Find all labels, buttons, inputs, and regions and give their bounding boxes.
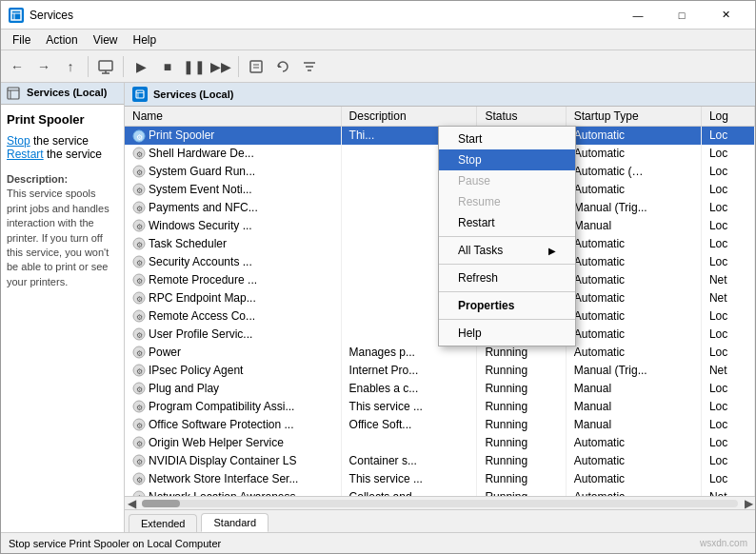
service-log-cell: Net [701, 271, 754, 289]
ctx-item-restart[interactable]: Restart [439, 212, 575, 233]
svg-rect-13 [8, 88, 19, 99]
maximize-button[interactable]: □ [660, 1, 704, 30]
ctx-item-label: Properties [458, 299, 514, 312]
refresh-button[interactable] [270, 54, 295, 79]
service-status-cell: Running [477, 452, 566, 470]
properties-button[interactable] [244, 54, 269, 79]
console-button[interactable] [93, 54, 118, 79]
service-startup-cell: Automatic [566, 488, 701, 497]
service-description-cell: Enables a c... [341, 380, 477, 398]
ctx-item-label: Refresh [458, 271, 498, 285]
service-startup-cell: Manual [566, 416, 701, 434]
table-row[interactable]: ⚙Origin Web Helper ServiceRunningAutomat… [125, 434, 755, 452]
horizontal-scrollbar[interactable]: ◀ ▶ [125, 496, 755, 509]
service-name-cell: ⚙Program Compatibility Assi... [125, 398, 341, 416]
service-status-cell: Running [477, 488, 566, 497]
svg-text:⚙: ⚙ [136, 331, 143, 340]
pause-service-button[interactable]: ❚❚ [182, 54, 207, 79]
col-name[interactable]: Name [125, 107, 341, 127]
toolbar-sep-1 [88, 56, 89, 77]
minimize-button[interactable]: — [616, 1, 660, 30]
stop-link[interactable]: Stop [7, 134, 30, 148]
service-name-cell: ⚙Plug and Play [125, 380, 341, 398]
table-row[interactable]: ⚙NVIDIA Display Container LSContainer s.… [125, 452, 755, 470]
ctx-item-help[interactable]: Help [439, 323, 575, 344]
ctx-item-stop[interactable]: Stop [439, 149, 575, 170]
ctx-item-start[interactable]: Start [439, 129, 575, 149]
start-service-button[interactable]: ▶ [129, 54, 153, 79]
table-row[interactable]: ⚙Office Software Protection ...Office So… [125, 416, 755, 434]
menu-view[interactable]: View [86, 31, 126, 49]
svg-text:⚙: ⚙ [136, 476, 143, 485]
table-row[interactable]: ⚙Plug and PlayEnables a c...RunningManua… [125, 380, 755, 398]
svg-text:⚙: ⚙ [136, 241, 143, 249]
ctx-item-refresh[interactable]: Refresh [439, 267, 575, 288]
col-status[interactable]: Status [477, 107, 566, 127]
right-panel-icon [132, 87, 148, 102]
filter-button[interactable] [297, 54, 322, 79]
service-name-cell: ⚙Task Scheduler [125, 235, 341, 253]
service-icon: ⚙ [132, 418, 149, 431]
scroll-thumb[interactable] [142, 500, 180, 507]
service-icon: ⚙ [132, 382, 149, 395]
col-log[interactable]: Log [701, 107, 754, 127]
service-icon: ⚙ [132, 165, 149, 178]
svg-text:⚙: ⚙ [136, 313, 143, 322]
close-button[interactable]: ✕ [704, 1, 747, 30]
restart-link[interactable]: Restart [7, 148, 44, 161]
svg-text:⚙: ⚙ [136, 386, 143, 394]
forward-button[interactable]: → [31, 54, 56, 79]
service-log-cell: Loc [701, 253, 754, 271]
service-icon: ⚙ [132, 219, 149, 232]
service-log-cell: Loc [701, 344, 754, 362]
ctx-item-label: All Tasks [458, 244, 503, 257]
svg-text:⚙: ⚙ [136, 404, 143, 412]
col-startup[interactable]: Startup Type [566, 107, 701, 127]
service-name-cell: ⚙System Guard Run... [125, 163, 341, 181]
table-row[interactable]: ⚙Network Store Interface Ser...This serv… [125, 470, 755, 488]
service-name-cell: ⚙System Event Noti... [125, 181, 341, 199]
table-row[interactable]: ⚙Program Compatibility Assi...This servi… [125, 398, 755, 416]
service-icon: ⚙ [132, 400, 149, 413]
scroll-track [142, 500, 738, 507]
svg-text:⚙: ⚙ [136, 422, 143, 430]
service-log-cell: Loc [701, 235, 754, 253]
service-startup-cell: Automatic [566, 289, 701, 307]
table-row[interactable]: ⚙IPsec Policy AgentInternet Pro...Runnin… [125, 362, 755, 380]
col-description[interactable]: Description [341, 107, 477, 127]
service-startup-cell: Automatic [566, 307, 701, 326]
service-startup-cell: Automatic [566, 127, 701, 145]
tab-standard[interactable]: Standard [201, 513, 269, 532]
service-icon: ⚙ [132, 273, 149, 287]
service-icon: ⚙ [132, 201, 149, 214]
service-startup-cell: Manual [566, 380, 701, 398]
service-status-cell: Running [477, 398, 566, 416]
back-button[interactable]: ← [5, 54, 30, 79]
table-row[interactable]: ⚙Network Location AwarenessCollects and.… [125, 488, 755, 497]
svg-text:⚙: ⚙ [136, 187, 143, 195]
service-startup-cell: Manual [566, 217, 701, 235]
service-log-cell: Net [701, 488, 754, 497]
ctx-item-pause[interactable]: Pause [439, 170, 575, 191]
service-status-cell: Running [477, 380, 566, 398]
menu-action[interactable]: Action [38, 31, 85, 49]
ctx-item-properties[interactable]: Properties [439, 295, 575, 316]
tab-extended[interactable]: Extended [129, 514, 197, 532]
service-icon: ⚙ [132, 255, 149, 268]
service-icon: ⚙ [132, 183, 149, 196]
context-menu-separator [439, 264, 575, 265]
ctx-item-all-tasks[interactable]: All Tasks▶ [439, 240, 575, 261]
svg-text:⚙: ⚙ [136, 168, 143, 177]
menu-help[interactable]: Help [126, 31, 165, 49]
stop-service-button[interactable]: ■ [155, 54, 180, 79]
svg-text:⚙: ⚙ [136, 205, 143, 213]
ctx-item-resume[interactable]: Resume [439, 191, 575, 212]
service-name-cell: ⚙Network Location Awareness [125, 488, 341, 497]
service-log-cell: Loc [701, 452, 754, 470]
service-log-cell: Loc [701, 217, 754, 235]
service-startup-cell: Automatic [566, 434, 701, 452]
menu-file[interactable]: File [5, 31, 38, 49]
resume-service-button[interactable]: ▶▶ [209, 54, 233, 79]
up-button[interactable]: ↑ [58, 54, 83, 79]
service-status-cell: Running [477, 470, 566, 488]
